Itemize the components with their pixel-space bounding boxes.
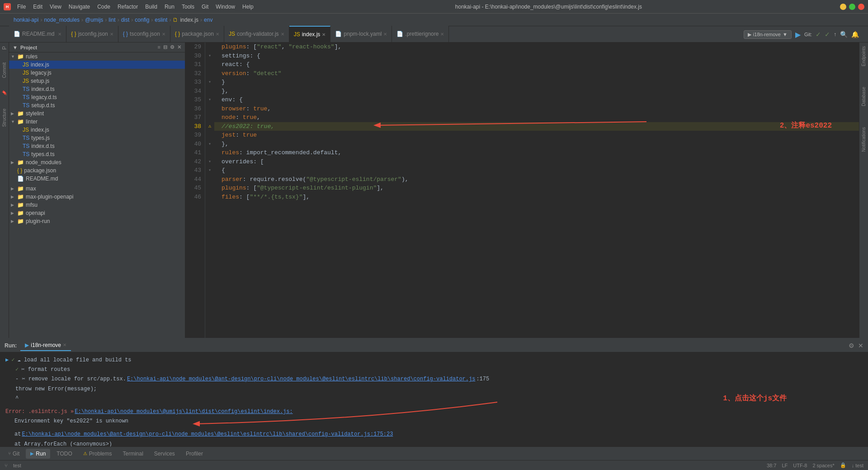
- tab-tsconfig[interactable]: { } tsconfig.json ✕: [118, 26, 170, 42]
- tree-item-stylelint[interactable]: ▶ 📁 stylelint: [9, 109, 185, 118]
- bottom-tab-git[interactable]: ⑂ Git: [4, 449, 24, 459]
- run-link-1[interactable]: E:\honkai-api\node_modules\@ant-design\p…: [127, 375, 476, 384]
- bottom-tab-problems[interactable]: ⚠ Problems: [79, 449, 117, 459]
- endpoints-label[interactable]: Endpoints: [861, 46, 866, 66]
- nav-eslint[interactable]: eslint: [155, 17, 167, 23]
- status-line-col[interactable]: 38:7: [767, 463, 776, 468]
- maximize-button[interactable]: [849, 4, 855, 10]
- run-button[interactable]: ▶: [795, 30, 801, 39]
- tab-prettierignore-close[interactable]: ✕: [440, 32, 444, 37]
- menu-code[interactable]: Code: [94, 2, 114, 12]
- run-output[interactable]: ▶ ✓ ☁ load all locale file and build ts …: [0, 352, 868, 446]
- tree-item-index-dts[interactable]: TS index.d.ts: [9, 85, 185, 93]
- status-lock-icon[interactable]: 🔒: [840, 462, 846, 468]
- tree-item-linter-indexjs[interactable]: JS index.js: [9, 126, 185, 134]
- bottom-tab-profiler[interactable]: Profiler: [181, 449, 208, 459]
- menu-navigate[interactable]: Navigate: [65, 2, 94, 12]
- tab-index-js-close[interactable]: ✕: [322, 32, 326, 37]
- database-label[interactable]: Database: [861, 87, 866, 106]
- status-encoding[interactable]: UTF-8: [793, 463, 807, 468]
- menu-window[interactable]: Window: [212, 2, 239, 12]
- close-button[interactable]: [858, 4, 864, 10]
- tab-prettierignore[interactable]: 📄 .prettierignore ✕: [392, 26, 449, 42]
- panel-settings-btn[interactable]: ⚙: [849, 342, 854, 349]
- tab-pnpm-lock-close[interactable]: ✕: [383, 32, 387, 37]
- run-config-dropdown[interactable]: ▶ i18n-remove ▼: [744, 30, 792, 39]
- tab-index-js[interactable]: JS index.js ✕: [289, 26, 331, 42]
- bottom-tab-todo[interactable]: TODO: [52, 449, 76, 459]
- run-at-link[interactable]: E:\honkai-api\node_modules\@ant-design\p…: [22, 430, 393, 439]
- git-branch-icon[interactable]: ⑂: [5, 463, 8, 468]
- status-branch-down[interactable]: ↓ test: [852, 463, 863, 468]
- commit-icon[interactable]: Commit: [2, 62, 7, 78]
- tab-jsconfig[interactable]: { } jsconfig.json ✕: [66, 26, 118, 42]
- status-indent[interactable]: 2 spaces*: [812, 463, 834, 468]
- tree-item-readme[interactable]: 📄 README.md: [9, 175, 185, 183]
- menu-file[interactable]: File: [14, 2, 29, 12]
- status-line-ending[interactable]: LF: [782, 463, 788, 468]
- tree-close-icon[interactable]: ✕: [177, 44, 181, 50]
- tab-package[interactable]: { } package.json ✕: [170, 26, 224, 42]
- nav-lint[interactable]: lint: [108, 17, 115, 23]
- tree-item-openapi[interactable]: ▶ 📁 openapi: [9, 209, 185, 217]
- bottom-tab-run[interactable]: ▶ Run: [26, 449, 50, 459]
- run-error-link[interactable]: E:\honkai-api\node_modules\@umijs\lint\d…: [75, 408, 292, 416]
- run-tab-close[interactable]: ✕: [63, 342, 66, 347]
- tab-pnpm-lock[interactable]: 📄 pnpm-lock.yaml ✕: [330, 26, 392, 42]
- menu-build[interactable]: Build: [142, 2, 161, 12]
- tab-readme-close[interactable]: ✕: [58, 32, 61, 37]
- tree-item-setup-dts[interactable]: TS setup.d.ts: [9, 101, 185, 109]
- bookmarks-icon[interactable]: 🔖: [2, 90, 7, 96]
- nav-dist[interactable]: dist: [121, 17, 130, 23]
- bottom-tab-terminal[interactable]: Terminal: [118, 449, 148, 459]
- tree-item-node-modules[interactable]: ▶ 📁 node_modules: [9, 158, 185, 166]
- tree-header-dropdown[interactable]: ▼: [13, 45, 18, 50]
- bottom-tab-services[interactable]: Services: [150, 449, 179, 459]
- menu-view[interactable]: View: [46, 2, 65, 12]
- menu-run[interactable]: Run: [161, 2, 178, 12]
- panel-close-btn[interactable]: ✕: [858, 342, 863, 349]
- nav-node-modules[interactable]: node_modules: [44, 17, 80, 23]
- tree-collapse-icon[interactable]: ⊟: [163, 44, 167, 50]
- tree-item-setup-js[interactable]: JS setup.js: [9, 77, 185, 85]
- tree-item-max-plugin[interactable]: ▶ 📁 max-plugin-openapi: [9, 193, 185, 201]
- menu-tools[interactable]: Tools: [178, 2, 198, 12]
- tab-config-validator[interactable]: JS config-validator.js ✕: [224, 26, 289, 42]
- git-status[interactable]: Git:: [804, 32, 812, 37]
- menu-refactor[interactable]: Refactor: [114, 2, 142, 12]
- run-tab[interactable]: ▶ i18n-remove ✕: [20, 340, 71, 351]
- menu-help[interactable]: Help: [239, 2, 257, 12]
- tree-item-rules[interactable]: ▼ 📁 rules: [9, 52, 185, 61]
- tree-settings-icon[interactable]: ⚙: [170, 44, 175, 50]
- tree-item-legacy-js[interactable]: JS legacy.js: [9, 69, 185, 77]
- nav-project[interactable]: honkai-api: [14, 17, 38, 23]
- nav-filename[interactable]: index.js: [180, 17, 198, 23]
- tree-item-index-js[interactable]: JS index.js: [9, 61, 185, 69]
- menu-git[interactable]: Git: [198, 2, 212, 12]
- tree-item-linter-indexdts[interactable]: TS index.d.ts: [9, 142, 185, 150]
- minimize-button[interactable]: [840, 4, 846, 10]
- tree-item-legacy-dts[interactable]: TS legacy.d.ts: [9, 93, 185, 101]
- notifications-label[interactable]: Notifications: [861, 127, 866, 152]
- tree-item-linter-types[interactable]: TS types.js: [9, 134, 185, 142]
- project-icon[interactable]: P: [1, 46, 8, 50]
- tree-item-max[interactable]: ▶ 📁 max: [9, 185, 185, 193]
- tab-jsconfig-close[interactable]: ✕: [110, 32, 113, 37]
- tree-item-plugin-run[interactable]: ▶ 📁 plugin-run: [9, 217, 185, 225]
- tab-package-close[interactable]: ✕: [216, 32, 219, 37]
- tab-readme[interactable]: 📄 README.md ✕: [9, 26, 66, 42]
- structure-icon[interactable]: Structure: [2, 109, 7, 127]
- git-branch-label[interactable]: test: [13, 463, 21, 468]
- tree-item-linter-typesdts[interactable]: TS types.d.ts: [9, 150, 185, 158]
- tree-item-mfsu[interactable]: ▶ 📁 mfsu: [9, 201, 185, 209]
- tab-tsconfig-close[interactable]: ✕: [162, 32, 165, 37]
- tree-item-linter[interactable]: ▼ 📁 linter: [9, 118, 185, 126]
- search-button[interactable]: 🔍: [840, 31, 848, 38]
- tree-item-package-json[interactable]: { } package.json: [9, 166, 185, 175]
- nav-env[interactable]: env: [204, 17, 212, 23]
- nav-umijs[interactable]: @umijs: [85, 17, 103, 23]
- menu-edit[interactable]: Edit: [29, 2, 46, 12]
- tree-expand-all-icon[interactable]: ≡: [158, 44, 160, 50]
- nav-config[interactable]: config: [135, 17, 149, 23]
- bell-button[interactable]: 🔔: [851, 31, 859, 38]
